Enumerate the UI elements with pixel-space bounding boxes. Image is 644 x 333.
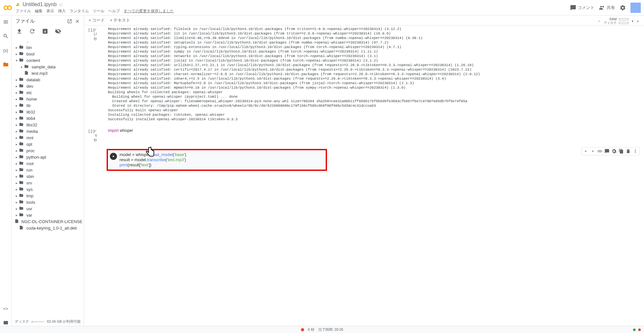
tree-item[interactable]: test.mp3: [12, 70, 84, 76]
tree-item[interactable]: ▸var: [12, 212, 84, 218]
tree-item[interactable]: ▸lib64: [12, 115, 84, 122]
file-tree[interactable]: ..▸bin▸boot▾content▸sample_datatest.mp3▸…: [12, 38, 84, 317]
close-icon[interactable]: [75, 19, 80, 24]
cell-number: [1]: [88, 28, 95, 33]
expand-icon[interactable]: ∧: [637, 19, 639, 23]
save-message[interactable]: すべての変更を保存しました: [124, 8, 174, 14]
tree-item[interactable]: ▸sbin: [12, 173, 84, 180]
new-window-icon[interactable]: [67, 19, 72, 24]
tree-item[interactable]: ..: [12, 38, 84, 44]
left-rail: {x} <>: [0, 15, 12, 326]
tree-item[interactable]: ▸mnt: [12, 134, 84, 141]
variables-icon[interactable]: {x}: [3, 47, 9, 54]
menu-edit[interactable]: 編集: [35, 8, 43, 14]
settings-icon[interactable]: [611, 149, 617, 154]
tree-item[interactable]: ▸proc: [12, 147, 84, 154]
tree-item[interactable]: ▸run: [12, 167, 84, 173]
tree-item[interactable]: cuda-keyring_1.0-1_all.deb: [12, 225, 84, 231]
refresh-icon[interactable]: [29, 28, 35, 34]
tree-item[interactable]: ▾content: [12, 57, 84, 64]
tree-item[interactable]: ▸lib: [12, 102, 84, 109]
search-icon[interactable]: [3, 33, 9, 39]
disk-free: 83.34 GB が利用可能: [47, 319, 81, 324]
tree-item[interactable]: ▸tools: [12, 199, 84, 205]
link-icon[interactable]: [597, 149, 602, 154]
add-text-button[interactable]: + テキスト: [110, 17, 130, 23]
menu-insert[interactable]: 挿入: [58, 8, 66, 14]
tree-item[interactable]: ▸lib32: [12, 109, 84, 115]
menu-bar: ファイル 編集 表示 挿入 ランタイム ツール ヘルプ すべての変更を保存しまし…: [15, 8, 570, 14]
mount-drive-icon[interactable]: [42, 28, 48, 34]
tree-item[interactable]: ▸python-apt: [12, 154, 84, 160]
terminal-icon[interactable]: [3, 319, 9, 326]
tree-item[interactable]: ▸etc: [12, 89, 84, 96]
files-icon[interactable]: [3, 61, 9, 68]
tree-item[interactable]: ▸media: [12, 128, 84, 134]
tree-item[interactable]: NGC-DL-CONTAINER-LICENSE: [12, 218, 84, 225]
upload-icon[interactable]: [16, 28, 23, 34]
tree-item[interactable]: ▸boot: [12, 51, 84, 57]
menu-tools[interactable]: ツール: [93, 8, 104, 14]
add-code-button[interactable]: + コード: [89, 17, 105, 23]
tree-item[interactable]: ▸root: [12, 160, 84, 167]
code-cell-highlighted[interactable]: model = whisper.load_model('base') resul…: [107, 149, 327, 171]
file-sidebar: ファイル ..▸bin▸boot▾content▸sample_datatest…: [12, 15, 84, 326]
tree-item[interactable]: ▸sample_data: [12, 64, 84, 70]
move-down-icon[interactable]: [590, 149, 595, 154]
menu-runtime[interactable]: ランタイム: [70, 8, 89, 14]
svg-point-1: [8, 6, 12, 10]
code-icon[interactable]: <>: [3, 305, 9, 312]
tree-item[interactable]: ▸srv: [12, 180, 84, 186]
cell-toolbar: + コード + テキスト: [84, 15, 644, 25]
cell-actions: [582, 147, 639, 155]
sidebar-title: ファイル: [15, 18, 67, 24]
run-button[interactable]: [110, 153, 117, 160]
share-button[interactable]: 共有: [599, 5, 615, 11]
tree-item[interactable]: ▸libx32: [12, 122, 84, 128]
delete-icon[interactable]: [626, 149, 631, 154]
comment-button[interactable]: コメント: [570, 5, 594, 11]
check-icon: ✓: [598, 19, 601, 23]
cell-2: ✓ 6 秒 [2] import whisper: [85, 128, 643, 143]
hidden-files-icon[interactable]: [55, 28, 61, 34]
tree-item[interactable]: ▸bin: [12, 44, 84, 51]
toc-icon[interactable]: [3, 19, 9, 25]
resource-indicator[interactable]: ✓ RAM ディスク ▾ ∧: [598, 17, 639, 24]
cell-output: Requirement already satisfied: filelock …: [98, 27, 643, 122]
disk-label: ディスク: [15, 319, 29, 324]
dropdown-icon[interactable]: ▾: [632, 19, 633, 23]
settings-button[interactable]: [620, 5, 626, 11]
tree-item[interactable]: ▸tmp: [12, 192, 84, 199]
cell-1: ✓ 17 秒 [1] Requirement already satisfied…: [85, 27, 643, 122]
header: Untitled1.ipynb ☆ ファイル 編集 表示 挿入 ランタイム ツー…: [0, 0, 644, 15]
svg-rect-2: [4, 321, 8, 325]
tree-item[interactable]: ▸sys: [12, 186, 84, 192]
tree-item[interactable]: ▸opt: [12, 141, 84, 147]
menu-view[interactable]: 表示: [46, 8, 54, 14]
svg-point-0: [4, 6, 8, 10]
comment-icon[interactable]: [604, 149, 610, 154]
mirror-icon[interactable]: [619, 149, 624, 154]
tree-item[interactable]: ▸home: [12, 96, 84, 102]
colab-logo[interactable]: [3, 3, 12, 12]
cell-3[interactable]: model = whisper.load_model('base') resul…: [85, 149, 643, 171]
tree-item[interactable]: ▸datalab: [12, 76, 84, 83]
disk-bar: [32, 321, 44, 322]
move-up-icon[interactable]: [583, 149, 588, 154]
star-icon[interactable]: ☆: [59, 2, 63, 8]
notebook-title[interactable]: Untitled1.ipynb: [23, 2, 57, 7]
menu-help[interactable]: ヘルプ: [108, 8, 120, 14]
tree-item[interactable]: ▸usr: [12, 205, 84, 212]
more-icon[interactable]: [633, 149, 638, 154]
drive-icon: [15, 2, 21, 7]
menu-file[interactable]: ファイル: [15, 8, 31, 14]
cell-number: [2]: [88, 129, 95, 134]
tree-item[interactable]: ▸dev: [12, 83, 84, 89]
notebook: ✓ 17 秒 [1] Requirement already satisfied…: [84, 25, 644, 326]
avatar[interactable]: [630, 3, 641, 13]
